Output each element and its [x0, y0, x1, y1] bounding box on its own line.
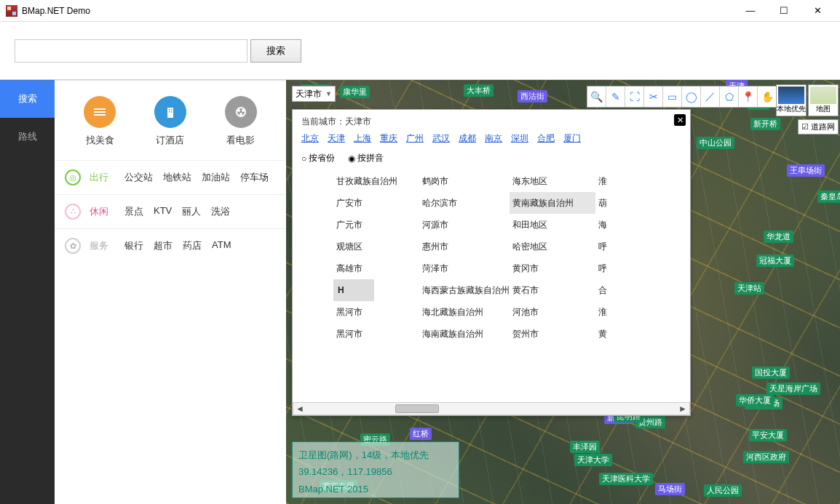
- map-poi-label[interactable]: 丰泽园: [570, 441, 600, 453]
- map-poi-label[interactable]: 冠福大厦: [756, 255, 794, 267]
- city-list-item[interactable]: 和田地区: [510, 214, 595, 236]
- city-list-item[interactable]: 河池市: [510, 301, 595, 323]
- radio-pinyin[interactable]: ◉ 按拼音: [348, 152, 384, 164]
- cat-item[interactable]: 药店: [183, 239, 202, 252]
- rect-icon[interactable]: ▭: [663, 87, 682, 107]
- cat-item[interactable]: 停车场: [240, 171, 269, 184]
- cat-item[interactable]: ATM: [212, 239, 231, 252]
- city-list-item[interactable]: 合: [595, 279, 681, 301]
- hand-icon[interactable]: ✋: [758, 87, 777, 107]
- hot-city-link[interactable]: 广州: [406, 132, 424, 145]
- map-poi-label[interactable]: 大丰桥: [464, 84, 494, 97]
- marker-icon[interactable]: 📍: [739, 87, 758, 107]
- city-list-item[interactable]: 淮: [595, 170, 681, 192]
- sidenav-item-route[interactable]: 路线: [0, 118, 55, 156]
- maptype-map[interactable]: 地图: [808, 84, 839, 116]
- city-list-item[interactable]: 海北藏族自治州: [419, 301, 510, 323]
- city-list-item[interactable]: 观塘区: [333, 236, 419, 257]
- city-list-item[interactable]: 贺州市: [510, 323, 595, 345]
- map-poi-label[interactable]: 华龙道: [764, 231, 793, 243]
- cat-item[interactable]: 公交站: [124, 171, 153, 184]
- hot-city-link[interactable]: 合肥: [537, 132, 555, 145]
- cat-item[interactable]: KTV: [154, 205, 172, 218]
- city-list-item[interactable]: 呼: [595, 257, 681, 279]
- city-list-item[interactable]: 鹤岗市: [419, 170, 510, 192]
- map-poi-label[interactable]: 新开桥: [750, 118, 780, 130]
- edit-icon[interactable]: ✎: [606, 87, 625, 107]
- city-list-scrollbar[interactable]: ◄ ►: [293, 402, 690, 415]
- close-button[interactable]: ✕: [801, 0, 834, 22]
- search-input[interactable]: [15, 39, 247, 63]
- line-icon[interactable]: ／: [701, 87, 720, 107]
- cat-item[interactable]: 超市: [154, 239, 173, 252]
- scroll-left-icon[interactable]: ◄: [293, 403, 306, 415]
- maximize-button[interactable]: ☐: [767, 0, 801, 22]
- cat-item[interactable]: 加油站: [202, 171, 230, 184]
- roadnet-checkbox[interactable]: ☑ 道路网: [798, 119, 839, 135]
- cat-item[interactable]: 地铁站: [163, 171, 191, 184]
- city-list-item[interactable]: 黄: [595, 323, 681, 345]
- poly-icon[interactable]: ⬠: [720, 87, 739, 107]
- map-poi-label[interactable]: 中山公园: [697, 137, 734, 149]
- city-list-item[interactable]: 海东地区: [510, 170, 595, 192]
- cat-item[interactable]: 景点: [124, 205, 143, 218]
- cat-item[interactable]: 丽人: [182, 205, 201, 218]
- map-poi-label[interactable]: 天星海岸广场: [766, 383, 820, 395]
- zoom-icon[interactable]: 🔍: [587, 87, 606, 107]
- search-button[interactable]: 搜索: [250, 39, 301, 63]
- scroll-thumb[interactable]: [395, 404, 439, 413]
- city-list-item[interactable]: 广元市: [333, 214, 419, 236]
- map-poi-label[interactable]: 天津站: [734, 282, 764, 295]
- map-poi-label[interactable]: 平安大厦: [749, 429, 787, 441]
- city-list-item[interactable]: 黄石市: [510, 279, 595, 301]
- radio-province[interactable]: ○ 按省份: [301, 152, 335, 164]
- quick-movie[interactable]: 看电影: [225, 96, 257, 147]
- city-list-item[interactable]: 甘孜藏族自治州: [333, 170, 419, 192]
- quick-hotel[interactable]: 订酒店: [154, 96, 186, 147]
- city-list-item[interactable]: 海: [595, 214, 681, 236]
- city-list-item[interactable]: 菏泽市: [419, 257, 510, 279]
- map-poi-label[interactable]: 秦皇岛: [817, 191, 840, 203]
- city-list-item[interactable]: 黑河市: [333, 323, 419, 345]
- map-poi-label[interactable]: 天津医科大学: [599, 473, 653, 485]
- maptype-satellite[interactable]: 本地优先: [776, 84, 807, 116]
- scroll-right-icon[interactable]: ►: [676, 403, 689, 415]
- city-list-item[interactable]: 哈密地区: [510, 236, 595, 257]
- hot-city-link[interactable]: 厦门: [563, 132, 581, 145]
- city-list-item[interactable]: 黄冈市: [510, 257, 595, 279]
- city-list-item[interactable]: 广安市: [333, 192, 419, 214]
- hot-city-link[interactable]: 武汉: [432, 132, 450, 145]
- minimize-button[interactable]: —: [734, 0, 767, 22]
- sidenav-item-search[interactable]: 搜索: [0, 80, 55, 118]
- map-poi-label[interactable]: 康华里: [340, 86, 370, 98]
- hot-city-link[interactable]: 北京: [301, 132, 319, 145]
- map-poi-label[interactable]: 人民公园: [704, 484, 742, 497]
- cat-item[interactable]: 洗浴: [211, 205, 230, 218]
- city-list-item[interactable]: 哈尔滨市: [419, 192, 510, 214]
- map-poi-label[interactable]: 国投大厦: [752, 367, 790, 379]
- city-list-item[interactable]: 黑河市: [333, 301, 419, 323]
- city-list-item[interactable]: 葫: [595, 192, 681, 214]
- hot-city-link[interactable]: 成都: [459, 132, 476, 145]
- hot-city-link[interactable]: 上海: [354, 132, 371, 145]
- city-list-item[interactable]: 呼: [595, 236, 681, 257]
- city-list-item[interactable]: 黄南藏族自治州: [510, 192, 595, 214]
- map-poi-label[interactable]: 天津大学: [574, 454, 612, 466]
- map-poi-label[interactable]: 河西区政府: [743, 451, 789, 463]
- hot-city-link[interactable]: 南京: [485, 132, 502, 145]
- city-list-item[interactable]: 高雄市: [333, 257, 419, 279]
- city-list-item[interactable]: 惠州市: [419, 236, 510, 257]
- map-poi-label[interactable]: 红桥: [410, 428, 432, 440]
- hot-city-link[interactable]: 天津: [328, 132, 345, 145]
- hot-city-link[interactable]: 深圳: [511, 132, 528, 145]
- city-dropdown[interactable]: 天津市 ▼: [292, 86, 336, 102]
- city-list-item[interactable]: 海南藏族自治州: [419, 323, 510, 345]
- zoomregion-icon[interactable]: ⛶: [625, 87, 644, 107]
- city-list-item[interactable]: 淮: [595, 301, 681, 323]
- scroll-track[interactable]: [306, 403, 676, 415]
- cat-item[interactable]: 银行: [124, 239, 143, 252]
- circle-icon[interactable]: ◯: [682, 87, 701, 107]
- map-poi-label[interactable]: 王串场街: [787, 164, 825, 177]
- map-poi-label[interactable]: 西沽街: [518, 90, 547, 103]
- screenshot-icon[interactable]: ✂: [644, 87, 663, 107]
